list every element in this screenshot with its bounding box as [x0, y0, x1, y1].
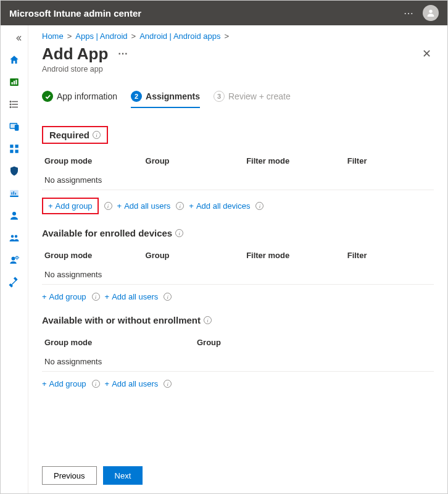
- svg-point-10: [10, 107, 11, 108]
- previous-button[interactable]: Previous: [42, 466, 97, 485]
- step-assignments[interactable]: 2 Assignments: [131, 91, 200, 108]
- link-label: Add group: [49, 292, 86, 301]
- info-icon[interactable]: i: [92, 293, 100, 301]
- link-label: Add all devices: [196, 201, 250, 211]
- col-filter-mode: Filter mode: [246, 156, 347, 165]
- breadcrumb-sep: >: [67, 31, 72, 41]
- enrolled-table: Group mode Group Filter mode Filter No a…: [42, 246, 434, 285]
- nav-home-icon[interactable]: [4, 50, 25, 70]
- add-group-link[interactable]: + Add group: [48, 201, 93, 211]
- footer-bar: Previous Next: [42, 460, 434, 485]
- add-all-users-link[interactable]: + Add all users: [117, 201, 171, 211]
- highlight-add-group: + Add group: [42, 198, 99, 214]
- nav-tenant-icon[interactable]: [4, 250, 25, 270]
- link-label: Add all users: [112, 379, 158, 388]
- section-title-text: Available for enrolled devices: [42, 228, 172, 238]
- svg-point-23: [11, 235, 14, 238]
- svg-rect-15: [10, 150, 13, 153]
- step-number-badge: 2: [131, 91, 142, 102]
- section-title-text: Required: [49, 130, 89, 140]
- add-all-users-link[interactable]: + Add all users: [105, 379, 159, 388]
- nav-troubleshoot-icon[interactable]: [4, 272, 25, 292]
- main-panel: Home > Apps | Android > Android | Androi…: [28, 25, 447, 493]
- nav-users-icon[interactable]: [4, 206, 25, 225]
- step-label: Review + create: [228, 91, 291, 101]
- left-nav: [1, 25, 28, 493]
- col-group-mode: Group mode: [44, 338, 197, 347]
- add-group-link[interactable]: + Add group: [42, 379, 86, 388]
- section-required: Required i Group mode Group Filter mode …: [42, 115, 434, 217]
- step-review-create[interactable]: 3 Review + create: [214, 91, 291, 108]
- breadcrumb-apps-android[interactable]: Apps | Android: [75, 31, 127, 41]
- wizard-steps: App information 2 Assignments 3 Review +…: [42, 91, 434, 109]
- col-group-mode: Group mode: [44, 156, 146, 165]
- checkmark-icon: [42, 91, 53, 102]
- page-title-text: Add App: [42, 44, 108, 63]
- section-title-required: Required i: [42, 126, 108, 144]
- add-group-link[interactable]: + Add group: [42, 292, 86, 301]
- nav-collapse-toggle[interactable]: [1, 29, 28, 48]
- info-icon[interactable]: i: [164, 380, 172, 388]
- svg-rect-13: [10, 144, 13, 148]
- step-number-badge: 3: [214, 91, 225, 102]
- svg-point-9: [10, 104, 11, 105]
- add-all-devices-link[interactable]: + Add all devices: [189, 201, 250, 211]
- breadcrumb-android-apps[interactable]: Android | Android apps: [139, 31, 220, 41]
- empty-row: No assignments: [44, 357, 197, 366]
- svg-rect-4: [15, 80, 17, 85]
- breadcrumb: Home > Apps | Android > Android | Androi…: [42, 25, 434, 44]
- col-filter: Filter: [347, 251, 431, 260]
- nav-security-icon[interactable]: [4, 161, 25, 181]
- info-icon[interactable]: i: [92, 380, 100, 388]
- more-icon[interactable]: ⋯: [404, 7, 414, 19]
- next-button[interactable]: Next: [103, 466, 143, 485]
- close-icon[interactable]: ✕: [420, 44, 434, 63]
- info-icon[interactable]: i: [104, 202, 112, 210]
- product-title: Microsoft Intune admin center: [9, 8, 141, 19]
- nav-apps-icon[interactable]: [4, 139, 25, 159]
- step-label: App information: [57, 91, 117, 101]
- nav-devices-icon[interactable]: [4, 117, 25, 136]
- svg-point-25: [12, 257, 15, 261]
- svg-rect-14: [15, 144, 19, 148]
- link-label: Add group: [49, 379, 86, 388]
- svg-rect-16: [15, 150, 19, 153]
- nav-reports-icon[interactable]: [4, 183, 25, 203]
- section-without-enrollment: Available with or without enrollment i G…: [42, 315, 434, 391]
- info-icon[interactable]: i: [93, 131, 101, 139]
- page-subtitle: Android store app: [42, 65, 128, 73]
- svg-point-24: [15, 235, 18, 238]
- nav-list-icon[interactable]: [4, 94, 25, 114]
- info-icon[interactable]: i: [175, 229, 183, 237]
- svg-rect-18: [10, 196, 19, 197]
- nav-groups-icon[interactable]: [4, 228, 25, 248]
- page-title-more-icon[interactable]: ⋯: [118, 48, 128, 59]
- empty-row: No assignments: [44, 270, 146, 279]
- col-group: Group: [146, 156, 247, 165]
- top-header-bar: Microsoft Intune admin center ⋯: [1, 1, 447, 25]
- col-group-mode: Group mode: [44, 251, 146, 260]
- avatar[interactable]: [423, 5, 439, 21]
- step-app-information[interactable]: App information: [42, 91, 117, 108]
- plus-icon: +: [48, 201, 53, 211]
- breadcrumb-sep: >: [225, 31, 230, 41]
- link-label: Add group: [56, 201, 93, 211]
- nav-dashboard-icon[interactable]: [4, 72, 25, 92]
- info-icon[interactable]: i: [164, 293, 172, 301]
- col-filter: Filter: [347, 156, 431, 165]
- add-all-users-link[interactable]: + Add all users: [105, 292, 159, 301]
- link-label: Add all users: [124, 201, 170, 211]
- plus-icon: +: [42, 379, 47, 388]
- enrolled-actions: + Add group i + Add all users i: [42, 285, 434, 304]
- svg-rect-20: [14, 191, 15, 195]
- col-group: Group: [197, 338, 431, 347]
- info-icon[interactable]: i: [255, 202, 263, 210]
- section-title-enrolled: Available for enrolled devices i: [42, 228, 434, 238]
- breadcrumb-home[interactable]: Home: [42, 31, 64, 41]
- breadcrumb-sep: >: [131, 31, 136, 41]
- info-icon[interactable]: i: [176, 202, 184, 210]
- info-icon[interactable]: i: [204, 316, 212, 324]
- required-table: Group mode Group Filter mode Filter No a…: [42, 151, 434, 190]
- plus-icon: +: [105, 292, 110, 301]
- empty-row: No assignments: [44, 175, 146, 185]
